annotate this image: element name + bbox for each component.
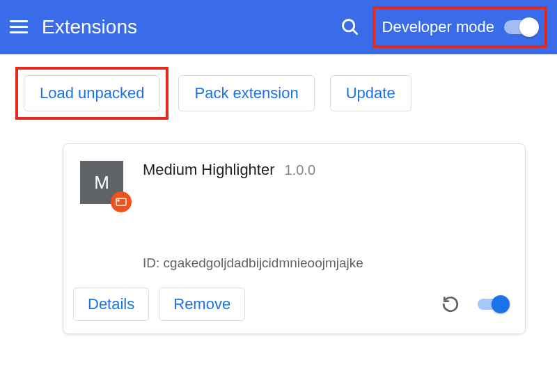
svg-point-0 [343, 20, 354, 31]
page-title: Extensions [42, 16, 340, 38]
developer-mode-label: Developer mode [382, 18, 494, 36]
load-unpacked-highlight: Load unpacked [15, 67, 168, 120]
load-unpacked-button[interactable]: Load unpacked [24, 75, 160, 111]
reload-icon[interactable] [441, 295, 460, 313]
search-icon[interactable] [340, 17, 360, 37]
header-bar: Extensions Developer mode [0, 0, 557, 54]
toolbar: Load unpacked Pack extension Update [0, 54, 557, 127]
update-button[interactable]: Update [330, 75, 411, 111]
menu-icon[interactable] [10, 20, 28, 34]
extension-version: 1.0.0 [285, 162, 315, 178]
extension-enable-toggle[interactable] [478, 299, 508, 310]
developer-mode-toggle[interactable] [504, 20, 538, 34]
svg-point-3 [118, 200, 119, 201]
pack-extension-button[interactable]: Pack extension [178, 75, 314, 111]
extension-icon-letter: M [94, 172, 109, 194]
remove-button[interactable]: Remove [159, 288, 245, 321]
developer-mode-highlight: Developer mode [372, 6, 547, 48]
extension-name: Medium Highlighter [143, 161, 275, 179]
extension-id: ID: cgakedgoljdadbijcidmnieoojmjajke [143, 256, 508, 271]
svg-line-1 [352, 30, 357, 35]
details-button[interactable]: Details [73, 288, 149, 321]
unpacked-badge-icon [111, 191, 132, 212]
extension-icon: M [80, 161, 123, 204]
extension-card: M Medium Highlighter 1.0.0 ID: cgakedgol… [63, 143, 526, 334]
